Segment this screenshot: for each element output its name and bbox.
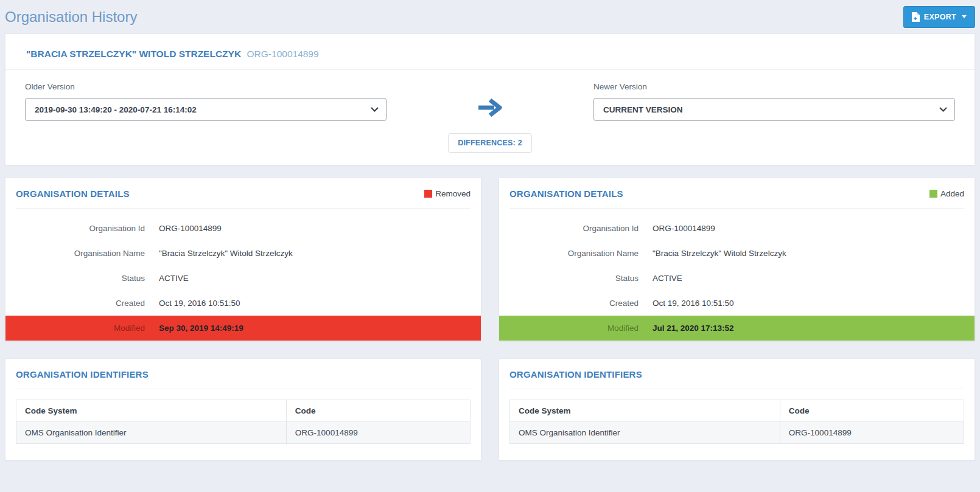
code-system-cell: OMS Organisation Identifier (16, 422, 287, 444)
column-header-code: Code (780, 400, 964, 422)
divider (509, 208, 964, 209)
compare-middle: DIFFERENCES: 2 (387, 82, 593, 153)
top-bar: Organisation History EXPORT (5, 0, 975, 33)
newer-version-label: Newer Version (593, 82, 955, 91)
added-legend-label: Added (940, 189, 964, 198)
divider (509, 389, 964, 389)
table-row: OMS Organisation Identifier ORG-10001489… (16, 422, 471, 444)
organisation-id-heading: ORG-100014899 (247, 49, 319, 59)
detail-row: Status ACTIVE (5, 266, 481, 291)
removed-legend: Removed (424, 189, 471, 198)
older-identifiers-panel: ORGANISATION IDENTIFIERS Code System Cod… (5, 358, 481, 460)
version-compare-controls: Older Version 2019-09-30 13:49:20 - 2020… (5, 70, 975, 153)
differences-badge: DIFFERENCES: 2 (448, 133, 532, 153)
removed-color-swatch (424, 190, 432, 198)
detail-row: Organisation Id ORG-100014899 (5, 216, 481, 241)
newer-version-select[interactable]: CURRENT VERSION (593, 98, 955, 121)
identifiers-table: Code System Code OMS Organisation Identi… (16, 400, 471, 444)
section-title: ORGANISATION DETAILS (16, 189, 130, 199)
section-title: ORGANISATION IDENTIFIERS (16, 369, 149, 379)
caret-down-icon (962, 15, 967, 18)
section-title: ORGANISATION DETAILS (509, 189, 623, 199)
arrow-right-icon (477, 98, 503, 117)
code-system-cell: OMS Organisation Identifier (510, 422, 780, 444)
detail-row: Created Oct 19, 2016 10:51:50 (5, 291, 481, 316)
older-details-panel: ORGANISATION DETAILS Removed Organisatio… (5, 178, 481, 341)
removed-legend-label: Removed (435, 189, 471, 198)
page-title: Organisation History (5, 9, 137, 26)
older-version-select[interactable]: 2019-09-30 13:49:20 - 2020-07-21 16:14:0… (25, 98, 387, 121)
code-cell: ORG-100014899 (286, 422, 470, 444)
newer-version-field: Newer Version CURRENT VERSION (593, 82, 955, 153)
detail-row: Organisation Id ORG-100014899 (499, 216, 975, 241)
details-comparison-row: ORGANISATION DETAILS Removed Organisatio… (5, 178, 975, 341)
detail-row: Status ACTIVE (499, 266, 975, 291)
file-export-icon (912, 12, 920, 22)
older-version-field: Older Version 2019-09-30 13:49:20 - 2020… (25, 82, 387, 153)
newer-details-panel: ORGANISATION DETAILS Added Organisation … (499, 178, 975, 341)
column-header-code: Code (286, 400, 470, 422)
divider (16, 389, 471, 389)
export-button-label: EXPORT (924, 13, 956, 21)
page: Organisation History EXPORT "BRACIA STRZ… (0, 0, 980, 460)
detail-row-added: Modified Jul 21, 2020 17:13:52 (499, 316, 975, 341)
divider (16, 208, 471, 209)
newer-identifiers-panel: ORGANISATION IDENTIFIERS Code System Cod… (499, 358, 975, 460)
table-row: OMS Organisation Identifier ORG-10001489… (510, 422, 964, 444)
added-legend: Added (929, 189, 964, 198)
older-version-label: Older Version (25, 82, 387, 91)
organisation-heading: "BRACIA STRZELCZYK" WITOLD STRZELCZYK OR… (5, 45, 975, 69)
identifiers-comparison-row: ORGANISATION IDENTIFIERS Code System Cod… (5, 358, 975, 460)
detail-row: Created Oct 19, 2016 10:51:50 (499, 291, 975, 316)
detail-row: Organisation Name "Bracia Strzelczyk" Wi… (499, 241, 975, 266)
detail-row: Organisation Name "Bracia Strzelczyk" Wi… (5, 241, 481, 266)
section-title: ORGANISATION IDENTIFIERS (509, 369, 642, 379)
export-button[interactable]: EXPORT (903, 6, 975, 28)
column-header-code-system: Code System (16, 400, 287, 422)
version-compare-panel: "BRACIA STRZELCZYK" WITOLD STRZELCZYK OR… (5, 33, 975, 165)
added-color-swatch (929, 190, 937, 198)
organisation-name-heading: "BRACIA STRZELCZYK" WITOLD STRZELCZYK (26, 49, 241, 59)
detail-row-removed: Modified Sep 30, 2019 14:49:19 (5, 316, 481, 341)
identifiers-table: Code System Code OMS Organisation Identi… (509, 400, 964, 444)
column-header-code-system: Code System (510, 400, 780, 422)
code-cell: ORG-100014899 (780, 422, 964, 444)
